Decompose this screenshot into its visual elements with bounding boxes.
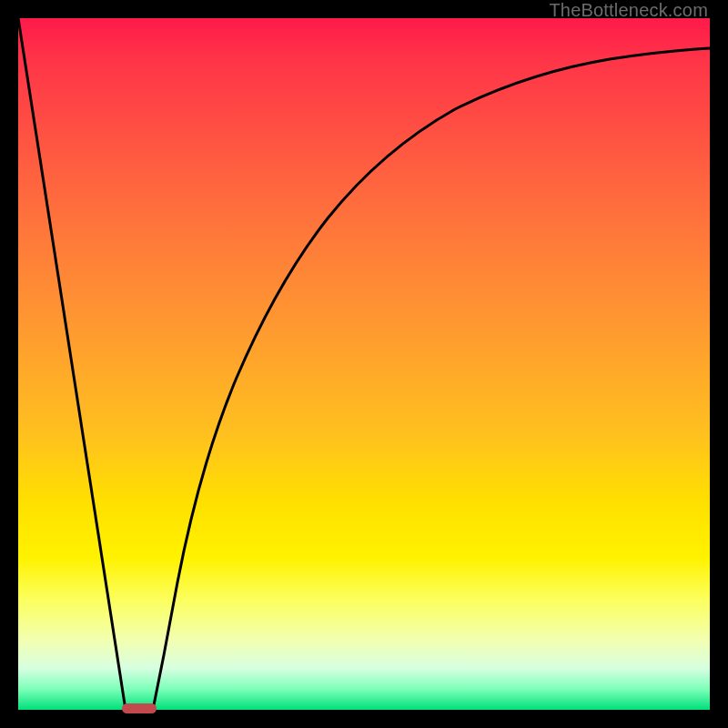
optimal-point-marker [122, 703, 157, 713]
watermark-text: TheBottleneck.com [549, 0, 708, 21]
chart-lines [18, 18, 710, 710]
right-curve [153, 48, 710, 710]
plot-area [18, 18, 710, 710]
left-line [18, 18, 126, 710]
chart-frame: TheBottleneck.com [0, 0, 728, 728]
